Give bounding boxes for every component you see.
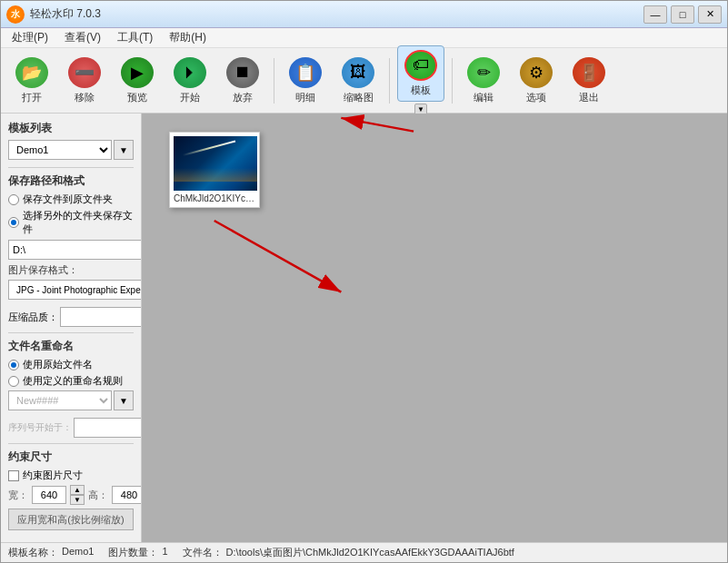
open-icon: 📂 [15,57,48,88]
window-title: 轻松水印 7.0.3 [30,6,101,22]
remove-icon: ➖ [68,57,101,88]
constrain-checkbox-row[interactable]: 约束图片尺寸 [8,469,134,482]
divider-3 [8,443,134,444]
start-label: 开始 [180,91,200,104]
separator-3 [452,58,453,104]
statusbar: 模板名称： Demo1 图片数量： 1 文件名： D:\tools\桌面图片\C… [1,542,727,562]
template-icon: 🏷 [404,50,437,81]
radio-orig-name-indicator [8,360,19,370]
save-path-row: 📁 [8,240,134,260]
seq-input[interactable] [74,418,142,438]
width-input[interactable] [32,486,66,504]
height-input[interactable] [112,486,142,504]
svg-line-2 [341,118,414,132]
width-label: 宽： [8,489,28,502]
radio-group-save: 保存文件到原文件夹 选择另外的文件夹保存文件 [8,193,134,236]
menu-process[interactable]: 处理(P) [5,28,55,47]
divider-1 [8,167,134,168]
start-button[interactable]: ⏵ 开始 [166,53,214,109]
toolbar: 📂 打开 ➖ 移除 ▶ 预览 ⏵ 开始 ⏹ 放弃 📋 明细 🖼 缩略图 [1,48,727,114]
detail-icon: 📋 [289,57,322,88]
options-button[interactable]: ⚙ 选项 [513,53,560,109]
remove-label: 移除 [75,91,95,104]
status-template: 模板名称： Demo1 [8,546,94,559]
width-up[interactable]: ▲ [70,485,85,495]
titlebar: 水 轻松水印 7.0.3 — □ ✕ [1,1,727,28]
remove-button[interactable]: ➖ 移除 [61,53,108,109]
rename-pattern-more[interactable]: ▼ [114,390,134,410]
discard-button[interactable]: ⏹ 放弃 [219,53,266,109]
window-controls: — □ ✕ [643,5,722,24]
dimensions-row: 宽： ▲ ▼ 高： ▲ ▼ [8,485,134,505]
constrain-title: 约束尺寸 [8,449,134,465]
thumb-label: 缩略图 [344,91,374,104]
thumbnail-image [174,136,257,191]
radio-orig-name-label: 使用原始文件名 [23,358,93,371]
preview-button[interactable]: ▶ 预览 [114,53,161,109]
rename-title: 文件名重命名 [8,339,134,354]
titlebar-left: 水 轻松水印 7.0.3 [6,5,101,24]
separator-1 [274,58,274,104]
template-more-btn[interactable]: ▼ [114,140,134,160]
save-path-input[interactable] [8,240,142,260]
template-button[interactable]: 🏷 模板 [397,45,444,102]
template-select[interactable]: Demo1 [8,140,112,160]
left-panel: 模板列表 Demo1 ▼ 保存路径和格式 保存文件到原文件夹 选择另外的文件夹保… [1,114,142,542]
preview-label: 预览 [127,91,147,104]
divider-2 [8,332,134,333]
thumb-button[interactable]: 🖼 缩略图 [334,53,382,109]
app-logo: 水 [6,5,25,24]
menu-view[interactable]: 查看(V) [57,28,108,47]
quality-row: 压缩品质： ▲ ▼ [8,307,134,327]
menubar: 处理(P) 查看(V) 工具(T) 帮助(H) [1,28,727,48]
radio-original-indicator [8,194,19,205]
status-count: 图片数量： 1 [108,546,167,559]
minimize-button[interactable]: — [643,5,667,24]
menu-help[interactable]: 帮助(H) [162,28,214,47]
main-window: 水 轻松水印 7.0.3 — □ ✕ 处理(P) 查看(V) 工具(T) 帮助(… [0,0,728,563]
start-icon: ⏵ [174,57,206,88]
radio-other-folder[interactable]: 选择另外的文件夹保存文件 [8,209,134,236]
detail-button[interactable]: 📋 明细 [282,53,329,109]
save-path-title: 保存路径和格式 [8,173,134,189]
quit-icon: 🚪 [573,57,605,88]
thumbnail-card[interactable]: ChMkJld2O1KIYcasA... [169,132,260,208]
status-file-label: 文件名： [183,546,223,559]
quality-input[interactable] [60,307,142,327]
radio-custom-name[interactable]: 使用定义的重命名规则 [8,374,134,388]
format-select[interactable]: JPG - Joint Photographic Experts ( [8,280,142,300]
template-dropdown-row: Demo1 ▼ [8,140,134,160]
rename-pattern-select[interactable]: New#### [8,390,112,410]
radio-custom-indicator [8,376,19,387]
height-label: 高： [88,489,108,502]
thumbnail-filename: ChMkJld2O1KIYcasA... [174,193,255,203]
quality-label: 压缩品质： [8,311,58,324]
quit-button[interactable]: 🚪 退出 [565,53,613,109]
radio-original-folder[interactable]: 保存文件到原文件夹 [8,193,134,206]
maximize-button[interactable]: □ [671,5,694,24]
constrain-checkbox[interactable] [8,470,19,481]
options-label: 选项 [526,91,546,104]
edit-label: 编辑 [474,91,494,104]
format-label: 图片保存格式： [8,263,134,277]
radio-other-indicator [8,217,19,228]
radio-original-name[interactable]: 使用原始文件名 [8,358,134,371]
quit-label: 退出 [579,91,599,104]
radio-other-label: 选择另外的文件夹保存文件 [23,209,134,236]
status-template-value: Demo1 [62,546,94,559]
menu-tools[interactable]: 工具(T) [110,28,160,47]
thumb-icon: 🖼 [342,57,374,88]
close-button[interactable]: ✕ [698,5,722,24]
status-file: 文件名： D:\tools\桌面图片\ChMkJld2O1KIYcasAAfEk… [183,546,514,559]
apply-size-button[interactable]: 应用宽和高(按比例缩放) [8,509,134,530]
open-button[interactable]: 📂 打开 [8,53,55,109]
rename-pattern-row: New#### ▼ [8,390,134,410]
edit-button[interactable]: ✏ 编辑 [460,53,507,109]
width-down[interactable]: ▼ [70,495,85,505]
discard-icon: ⏹ [226,57,259,88]
edit-icon: ✏ [467,57,500,88]
open-label: 打开 [22,91,42,104]
width-spinner: ▲ ▼ [70,485,85,505]
canvas-area: ChMkJld2O1KIYcasA... [142,114,727,542]
options-icon: ⚙ [520,57,553,88]
